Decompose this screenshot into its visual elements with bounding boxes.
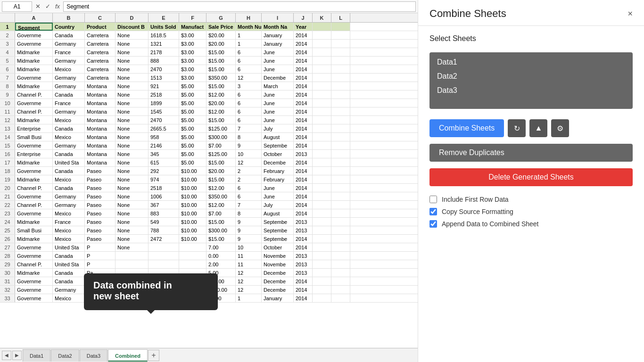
table-cell[interactable]: Paseo [85, 209, 116, 217]
table-cell[interactable]: $5.00 [179, 133, 206, 141]
table-cell[interactable] [179, 243, 206, 251]
table-cell[interactable]: Governme [15, 243, 53, 251]
table-cell[interactable]: October [262, 243, 294, 251]
table-cell[interactable]: Germany [53, 201, 85, 209]
table-cell[interactable]: 921 [149, 82, 179, 90]
table-cell[interactable]: United Sta [53, 158, 85, 166]
table-cell[interactable]: Midmarke [15, 48, 53, 56]
table-cell[interactable]: Germany [53, 141, 85, 149]
table-cell[interactable]: Mexico [53, 116, 85, 124]
table-cell[interactable] [313, 192, 331, 200]
table-cell[interactable]: France [53, 99, 85, 107]
table-cell[interactable] [331, 226, 350, 234]
table-cell[interactable]: June [262, 184, 294, 192]
table-cell[interactable] [331, 269, 350, 277]
table-cell[interactable]: Canada [53, 31, 85, 39]
table-cell[interactable]: $12.00 [206, 107, 236, 115]
table-cell[interactable] [331, 167, 350, 175]
table-cell[interactable]: Mexico [53, 65, 85, 73]
table-cell[interactable]: Montana [85, 107, 116, 115]
table-cell[interactable]: 1493 [149, 294, 179, 302]
table-cell[interactable]: None [116, 158, 149, 166]
table-cell[interactable]: Channel P. [15, 184, 53, 192]
table-cell[interactable]: $12.00 [206, 201, 236, 209]
table-cell[interactable]: $3.00 [179, 40, 206, 48]
table-cell[interactable]: None [116, 175, 149, 183]
col-header-G[interactable]: G [206, 13, 236, 22]
table-cell[interactable] [331, 260, 350, 268]
table-cell[interactable] [313, 65, 331, 73]
table-cell[interactable] [313, 209, 331, 217]
table-cell[interactable]: 367 [149, 201, 179, 209]
table-cell[interactable]: Midmarke [15, 235, 53, 243]
table-cell[interactable] [179, 260, 206, 268]
col-header-A[interactable]: A [15, 13, 53, 22]
table-cell[interactable] [116, 260, 149, 268]
col-header-E[interactable]: E [149, 13, 179, 22]
table-cell[interactable]: Montana [85, 116, 116, 124]
sheets-list-box[interactable]: Data1 Data2 Data3 [429, 52, 633, 109]
table-cell[interactable]: Decembe [262, 74, 294, 82]
col-header-L[interactable]: L [331, 13, 350, 22]
table-cell[interactable]: Canada [53, 277, 85, 285]
table-cell[interactable]: $3.00 [179, 74, 206, 82]
table-cell[interactable]: 2014 [294, 277, 313, 285]
settings-button[interactable]: ⚙ [551, 119, 569, 137]
table-cell[interactable]: $10.00 [179, 277, 206, 285]
sheet-tab-data1[interactable]: Data1 [23, 349, 50, 362]
table-cell[interactable]: 2470 [149, 116, 179, 124]
table-cell[interactable]: Midmarke [15, 175, 53, 183]
tab-nav-right[interactable]: ▶ [12, 351, 22, 360]
table-cell[interactable]: $10.00 [179, 235, 206, 243]
table-cell[interactable]: June [262, 57, 294, 65]
table-cell[interactable] [331, 74, 350, 82]
table-cell[interactable]: Mexico [53, 133, 85, 141]
table-cell[interactable]: $15.00 [206, 218, 236, 226]
table-cell[interactable] [313, 252, 331, 260]
cell-reference-box[interactable] [2, 1, 32, 12]
table-cell[interactable] [313, 184, 331, 192]
table-cell[interactable]: Mexico [53, 235, 85, 243]
table-cell[interactable]: None [116, 167, 149, 175]
table-cell[interactable]: 1006 [149, 192, 179, 200]
include-first-row-checkbox[interactable] [429, 196, 437, 203]
table-cell[interactable] [313, 90, 331, 99]
table-cell[interactable]: $300.00 [206, 133, 236, 141]
table-cell[interactable]: Mexico [53, 209, 85, 217]
table-cell[interactable]: 10 [236, 150, 262, 158]
copy-source-formatting-checkbox[interactable] [429, 208, 437, 215]
table-cell[interactable]: Septembe [262, 235, 294, 243]
table-cell[interactable]: P [85, 243, 116, 251]
sheet-tab-data2[interactable]: Data2 [51, 349, 79, 362]
table-cell[interactable]: $15.00 [206, 175, 236, 183]
table-cell[interactable]: Mexico [53, 175, 85, 183]
table-cell[interactable]: 12 [236, 74, 262, 82]
table-cell[interactable]: $3.00 [179, 57, 206, 65]
table-cell[interactable]: 292 [149, 167, 179, 175]
table-cell[interactable]: P [85, 252, 116, 260]
table-cell[interactable]: 2014 [294, 90, 313, 99]
table-cell[interactable]: Montana [85, 158, 116, 166]
table-cell[interactable]: Mexico [53, 226, 85, 234]
table-cell[interactable]: Germany [53, 107, 85, 115]
table-cell[interactable]: $5.00 [179, 90, 206, 99]
table-cell[interactable]: 958 [149, 133, 179, 141]
table-cell[interactable]: Paseo [85, 286, 116, 294]
table-cell[interactable] [313, 201, 331, 209]
table-cell[interactable]: Montana [85, 90, 116, 99]
table-cell[interactable]: $15.00 [206, 65, 236, 73]
table-cell[interactable] [331, 294, 350, 302]
panel-close-button[interactable]: × [627, 9, 633, 18]
col-header-F[interactable]: F [179, 13, 206, 22]
table-cell[interactable]: Paseo [85, 218, 116, 226]
table-cell[interactable]: June [262, 65, 294, 73]
table-cell[interactable]: $3.00 [179, 48, 206, 56]
cell-I1[interactable]: Month Na [262, 23, 294, 31]
table-cell[interactable]: 12 [236, 286, 262, 294]
table-cell[interactable]: 2014 [294, 141, 313, 149]
table-cell[interactable] [313, 74, 331, 82]
table-cell[interactable]: Montana [85, 150, 116, 158]
table-cell[interactable]: 2014 [294, 209, 313, 217]
table-cell[interactable] [313, 218, 331, 226]
table-cell[interactable]: Carretera [85, 40, 116, 48]
